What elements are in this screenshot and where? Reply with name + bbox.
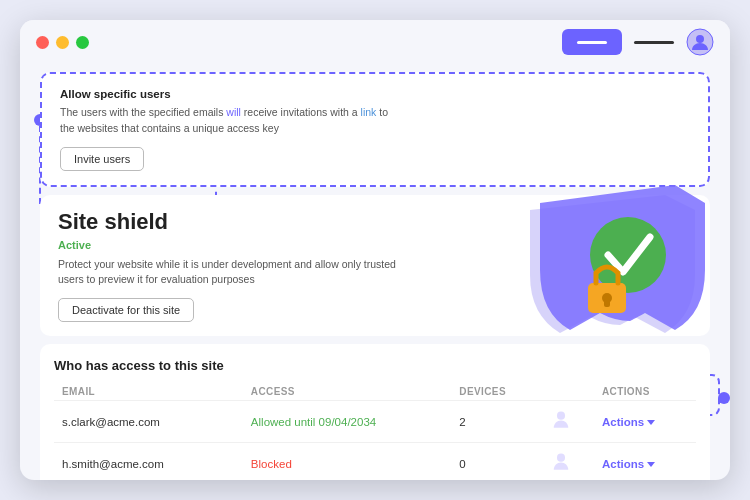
- chevron-down-icon: [647, 462, 655, 467]
- cell-access: Blocked: [243, 443, 451, 481]
- shield-illustration: [520, 165, 720, 365]
- cell-access: Allowed until 09/04/2034: [243, 401, 451, 443]
- access-table: EMAIL ACCESS DEVICES ACTIONS s.clark@acm…: [54, 383, 696, 480]
- actions-label: Actions: [602, 416, 644, 428]
- table-row: h.smith@acme.com Blocked 0 Actions: [54, 443, 696, 481]
- access-table-title: Who has access to this site: [54, 358, 696, 373]
- invite-users-button[interactable]: Invite users: [60, 147, 144, 171]
- actions-button-1[interactable]: Actions: [602, 458, 688, 470]
- col-email: EMAIL: [54, 383, 243, 401]
- cell-actions[interactable]: Actions: [594, 401, 696, 443]
- allow-card-title: Allow specific users: [60, 88, 690, 100]
- cell-person: [544, 443, 594, 481]
- site-shield-card: Site shield Active Protect your website …: [40, 195, 710, 337]
- titlebar-right: [562, 28, 714, 56]
- cell-person: [544, 401, 594, 443]
- table-row: s.clark@acme.com Allowed until 09/04/203…: [54, 401, 696, 443]
- chevron-down-icon: [647, 420, 655, 425]
- deactivate-button[interactable]: Deactivate for this site: [58, 298, 194, 322]
- titlebar: [20, 20, 730, 64]
- access-table-card: Who has access to this site EMAIL ACCESS…: [40, 344, 710, 480]
- allow-card-description: The users with the specified emails will…: [60, 105, 400, 137]
- main-window: Allow specific users The users with the …: [20, 20, 730, 480]
- cell-actions[interactable]: Actions: [594, 443, 696, 481]
- maximize-button[interactable]: [76, 36, 89, 49]
- svg-point-5: [590, 217, 666, 293]
- nav-bar-button[interactable]: [562, 29, 622, 55]
- actions-label: Actions: [602, 458, 644, 470]
- shield-description: Protect your website while it is under d…: [58, 257, 398, 289]
- col-actions: ACTIONS: [594, 383, 696, 401]
- person-icon-table: [552, 410, 570, 431]
- svg-point-1: [696, 35, 704, 43]
- highlight-will: will: [226, 106, 241, 118]
- user-avatar[interactable]: [686, 28, 714, 56]
- table-header-row: EMAIL ACCESS DEVICES ACTIONS: [54, 383, 696, 401]
- minimize-button[interactable]: [56, 36, 69, 49]
- col-access: ACCESS: [243, 383, 451, 401]
- actions-button-0[interactable]: Actions: [602, 416, 688, 428]
- person-icon-table: [552, 452, 570, 473]
- svg-point-9: [557, 412, 565, 420]
- highlight-link: link: [361, 106, 377, 118]
- dot-connector-right: [718, 392, 730, 404]
- nav-dash: [634, 41, 674, 44]
- cell-devices: 2: [451, 401, 543, 443]
- cell-email: s.clark@acme.com: [54, 401, 243, 443]
- close-button[interactable]: [36, 36, 49, 49]
- main-content: Allow specific users The users with the …: [20, 64, 730, 480]
- svg-rect-8: [604, 299, 610, 307]
- svg-point-10: [557, 454, 565, 462]
- col-devices: DEVICES: [451, 383, 543, 401]
- col-person-icon: [544, 383, 594, 401]
- traffic-lights: [36, 36, 89, 49]
- cell-devices: 0: [451, 443, 543, 481]
- cell-email: h.smith@acme.com: [54, 443, 243, 481]
